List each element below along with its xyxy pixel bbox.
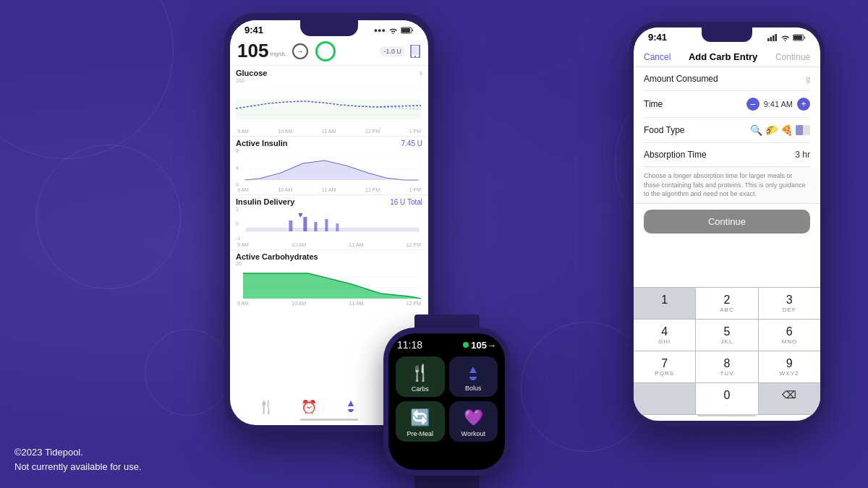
keypad-key-8[interactable]: 8 TUV [696,351,758,383]
glucose-chart-title: Glucose [236,69,267,77]
time-row: Time − 9:41 AM + [644,91,810,118]
amount-label: Amount Consumed [644,74,718,84]
insulin-chart [241,147,422,187]
food-icon-search: 🔍 [750,124,762,136]
watch-app-carbs[interactable]: 🍴 Carbs [396,356,445,397]
svg-rect-20 [336,223,339,231]
watch-app-workout[interactable]: 💜 Workout [449,401,498,442]
keypad-delete-button[interactable]: ⌫ [759,383,820,415]
food-type-icons[interactable]: 🔍 🌮 🍕 [750,124,810,136]
carbs-chart [236,266,421,301]
delivery-chart [242,206,422,242]
amount-unit: g [806,75,810,83]
svg-rect-27 [770,37,773,41]
svg-rect-17 [304,217,307,231]
keypad-key-2[interactable]: 2 ABC [696,288,758,320]
absorption-value[interactable]: 3 hr [795,150,810,160]
watch-glucose-dot [463,342,469,348]
tab-history[interactable]: ⏰ [301,399,317,415]
absorption-hint: Choose a longer absorption time for larg… [634,167,820,204]
left-status-icons: ●●● [374,27,414,34]
keypad-key-9[interactable]: 9 WXYZ [759,351,820,383]
amount-value-container[interactable]: g [805,75,810,83]
glucose-section: Glucose › 160 9 AM 10 AM 11 AM [230,66,428,136]
food-icon-bar [796,125,810,135]
continue-header-button[interactable]: Continue [775,52,810,62]
premeal-app-label: Pre-Meal [407,430,433,437]
insulin-section: Active Insulin 7.45 U 840 9 AM 10 AM [230,136,428,194]
food-type-label: Food Type [644,125,684,135]
carb-entry-header: Cancel Add Carb Entry Continue [634,44,820,67]
insulin-badge: -1.0 U [380,46,405,56]
insulin-value[interactable]: 7.45 U [401,140,422,147]
svg-rect-18 [315,222,318,231]
home-indicator [300,419,358,421]
workout-app-icon: 💜 [464,408,483,427]
continue-button[interactable]: Continue [644,210,810,234]
delivery-value: 16 U Total [390,198,422,206]
watch-apps-grid: 🍴 Carbs Bolus 🔄 Pre-Meal 💜 [388,354,505,448]
svg-rect-9 [236,99,421,119]
right-wifi-icon [780,34,790,41]
watch-app-bolus[interactable]: Bolus [449,356,498,397]
food-icon-pizza: 🍕 [780,124,793,136]
watch-band-bottom [414,476,480,488]
keypad-key-0[interactable]: 0 · [696,383,758,415]
tab-bolus[interactable] [344,399,358,415]
watch-time: 11:18 [397,339,422,351]
tab-carbs[interactable]: 🍴 [258,399,274,415]
keypad-key-4[interactable]: 4 GHI [634,320,696,351]
time-label: Time [644,99,663,109]
keypad-row-4: 0 · ⌫ [634,383,820,415]
cancel-button[interactable]: Cancel [644,52,671,62]
left-phone-notch [300,20,358,36]
watch-app-premeal[interactable]: 🔄 Pre-Meal [396,401,445,442]
keypad-key-7[interactable]: 7 PQRS [634,351,696,383]
right-battery-icon [793,34,806,41]
svg-rect-31 [793,35,802,40]
delivery-title: Insulin Delivery [236,197,294,206]
bolus-app-icon [464,364,482,382]
keypad-key-5[interactable]: 5 JKL [696,320,758,351]
battery-icon [401,27,414,34]
carb-entry-title: Add Carb Entry [689,51,757,62]
food-icon-taco: 🌮 [765,124,778,136]
watch-glucose-display: 105→ [463,340,496,351]
signal-icon: ●●● [374,27,386,34]
time-stepper[interactable]: − 9:41 AM + [746,98,810,111]
carbs-section: Active Carbohydrates 20 9 AM 10 AM 11 AM… [230,249,428,308]
bolus-app-label: Bolus [465,385,482,392]
watch-body: 11:18 105→ 🍴 Carbs Bolus [383,328,510,476]
keypad-key-3[interactable]: 3 DEF [759,288,820,320]
time-plus-button[interactable]: + [797,98,810,111]
svg-point-4 [414,56,416,57]
carbs-app-icon: 🍴 [410,364,430,382]
left-status-time: 9:41 [244,25,263,35]
keypad-key-6[interactable]: 6 MNO [759,320,820,351]
phone-icon [409,45,421,58]
svg-marker-21 [299,213,303,218]
apple-watch: 11:18 105→ 🍴 Carbs Bolus [383,314,510,466]
delivery-section: Insulin Delivery 16 U Total 20-1 [230,194,428,249]
time-minus-button[interactable]: − [746,98,760,111]
absorption-label: Absorption Time [644,150,707,160]
premeal-app-icon: 🔄 [410,408,430,427]
time-value: 9:41 AM [764,100,793,108]
keypad-row-3: 7 PQRS 8 TUV 9 WXYZ [634,351,820,383]
watch-glucose-value: 105→ [471,340,496,351]
watch-screen: 11:18 105→ 🍴 Carbs Bolus [388,333,505,470]
right-phone-notch [702,27,752,42]
right-phone-screen: 9:41 Cancel Add Carb Entry Continue [634,27,820,421]
svg-rect-26 [767,38,770,41]
absorption-row: Absorption Time 3 hr [644,143,810,167]
carbs-title: Active Carbohydrates [236,252,318,261]
keypad-row-1: 1 2 ABC 3 DEF [634,288,820,320]
svg-rect-19 [326,219,328,231]
copyright-text: ©2023 Tidepool. Not currently available … [14,445,142,474]
right-signal-icon [767,34,778,41]
svg-rect-1 [401,28,410,33]
carbs-app-label: Carbs [412,385,429,393]
target-circle [315,41,336,61]
glucose-nav[interactable]: › [420,68,422,78]
keypad-key-1[interactable]: 1 [634,288,696,320]
